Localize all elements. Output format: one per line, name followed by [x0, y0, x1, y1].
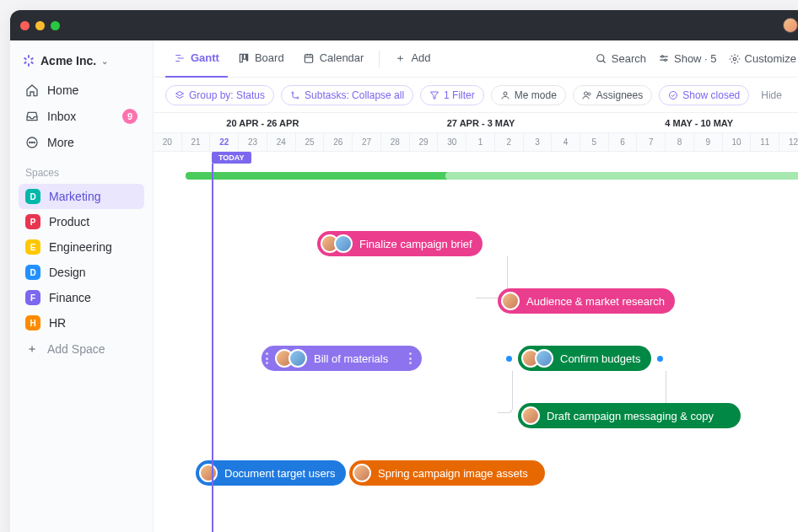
svg-point-18 [661, 55, 663, 56]
day-cell[interactable]: 28 [381, 133, 410, 151]
add-view-button[interactable]: ＋ Add [386, 40, 439, 78]
workspace-selector[interactable]: Acme Inc. ⌄ [19, 51, 144, 78]
space-item-hr[interactable]: HHR [19, 310, 144, 336]
svg-point-3 [34, 142, 35, 142]
day-cell[interactable]: 2 [495, 133, 524, 151]
nav-label: Home [47, 83, 78, 97]
space-badge: D [25, 265, 40, 280]
day-cell[interactable]: 12 [779, 133, 798, 151]
task-bar[interactable]: Audience & market research [498, 288, 675, 314]
maximize-icon[interactable] [51, 21, 60, 30]
show-closed-pill[interactable]: Show closed [659, 85, 749, 105]
day-cell[interactable]: 7 [637, 133, 666, 151]
settings-sliders-icon [658, 53, 670, 65]
gantt-chart[interactable]: 20 APR - 26 APR27 APR - 3 MAY4 MAY - 10 … [154, 113, 798, 532]
hide-button[interactable]: Hide [761, 89, 782, 101]
nav-more[interactable]: More [19, 130, 144, 155]
space-item-finance[interactable]: FFinance [19, 285, 144, 310]
day-cell[interactable]: 5 [580, 133, 609, 151]
tab-board[interactable]: Board [229, 40, 293, 78]
drag-handle-icon[interactable] [408, 352, 412, 364]
assignee-avatars[interactable] [521, 349, 553, 368]
assignee-avatars[interactable] [501, 292, 520, 310]
day-cell[interactable]: 22 [210, 133, 239, 151]
task-label: Bill of materials [314, 352, 388, 365]
day-cell[interactable]: 9 [694, 133, 723, 151]
search-label: Search [612, 52, 646, 65]
day-cell[interactable]: 30 [438, 133, 466, 151]
task-bar[interactable]: Confirm budgets [518, 346, 651, 371]
avatar[interactable] [501, 292, 520, 310]
day-cell[interactable]: 8 [666, 133, 694, 151]
avatar[interactable] [353, 464, 371, 482]
assignee-avatars[interactable] [353, 464, 371, 482]
day-cell[interactable]: 4 [552, 133, 580, 151]
minimize-icon[interactable] [35, 21, 45, 30]
space-item-product[interactable]: PProduct [19, 209, 144, 234]
workspace-name: Acme Inc. [40, 54, 96, 67]
task-bar[interactable]: Bill of materials [262, 346, 422, 371]
board-icon [238, 52, 250, 64]
task-bar[interactable]: Finalize campaign brief [317, 231, 483, 256]
avatar[interactable] [288, 349, 307, 368]
day-cell[interactable]: 27 [353, 133, 381, 151]
day-cell[interactable]: 11 [751, 133, 779, 151]
plus-icon: ＋ [395, 51, 406, 66]
assignee-avatars[interactable] [275, 349, 307, 368]
close-icon[interactable] [20, 21, 30, 30]
assignee-avatars[interactable] [321, 234, 353, 253]
show-button[interactable]: Show · 5 [658, 52, 717, 65]
svg-point-27 [588, 93, 590, 95]
task-bar[interactable]: Draft campaign messaging & copy [518, 403, 741, 428]
space-item-marketing[interactable]: DMarketing [19, 184, 144, 209]
tab-gantt[interactable]: Gantt [165, 40, 228, 78]
space-item-engineering[interactable]: EEngineering [19, 234, 144, 260]
layers-icon [175, 90, 185, 100]
space-item-design[interactable]: DDesign [19, 260, 144, 285]
avatar[interactable] [521, 406, 540, 425]
users-icon [582, 90, 592, 100]
me-mode-pill[interactable]: Me mode [491, 85, 566, 105]
assignee-avatars[interactable] [521, 406, 540, 425]
avatar[interactable] [334, 234, 353, 253]
search-button[interactable]: Search [596, 52, 646, 65]
assignee-avatars[interactable] [199, 464, 218, 482]
day-cell[interactable]: 10 [723, 133, 752, 151]
add-space-button[interactable]: ＋ Add Space [19, 336, 144, 363]
pill-label: 1 Filter [444, 89, 475, 101]
day-cell[interactable]: 23 [239, 133, 267, 151]
drag-handle-icon[interactable] [265, 352, 268, 364]
nav-home[interactable]: Home [19, 78, 144, 103]
svg-point-23 [297, 97, 299, 99]
day-cell[interactable]: 24 [267, 133, 296, 151]
user-avatar[interactable] [783, 18, 798, 33]
day-cell[interactable]: 29 [410, 133, 439, 151]
inbox-icon [25, 110, 39, 123]
task-bar[interactable]: Spring campaign image assets [349, 460, 545, 486]
filter-pill[interactable]: 1 Filter [420, 85, 484, 105]
assignees-pill[interactable]: Assignees [573, 85, 652, 105]
gantt-icon [174, 52, 186, 64]
day-cell[interactable]: 25 [296, 133, 325, 151]
svg-rect-8 [243, 54, 245, 59]
nav-inbox[interactable]: Inbox 9 [19, 103, 144, 130]
day-cell[interactable]: 20 [154, 133, 182, 151]
group-by-pill[interactable]: Group by: Status [165, 85, 274, 105]
subtasks-pill[interactable]: Subtasks: Collapse all [281, 85, 413, 105]
selection-handle[interactable] [506, 356, 512, 362]
avatar[interactable] [199, 464, 218, 482]
task-bar[interactable]: Document target users [196, 460, 346, 486]
day-cell[interactable]: 3 [524, 133, 553, 151]
view-toolbar: Gantt Board Calendar ＋ Add [154, 40, 798, 78]
day-cell[interactable]: 26 [324, 133, 353, 151]
selection-handle[interactable] [657, 356, 663, 362]
svg-line-15 [603, 60, 606, 62]
task-label: Draft campaign messaging & copy [547, 410, 714, 422]
task-label: Audience & market research [526, 295, 665, 308]
day-cell[interactable]: 21 [182, 133, 211, 151]
day-cell[interactable]: 1 [466, 133, 495, 151]
customize-button[interactable]: Customize [729, 52, 796, 65]
tab-calendar[interactable]: Calendar [294, 40, 373, 78]
avatar[interactable] [535, 349, 553, 368]
day-cell[interactable]: 6 [609, 133, 638, 151]
